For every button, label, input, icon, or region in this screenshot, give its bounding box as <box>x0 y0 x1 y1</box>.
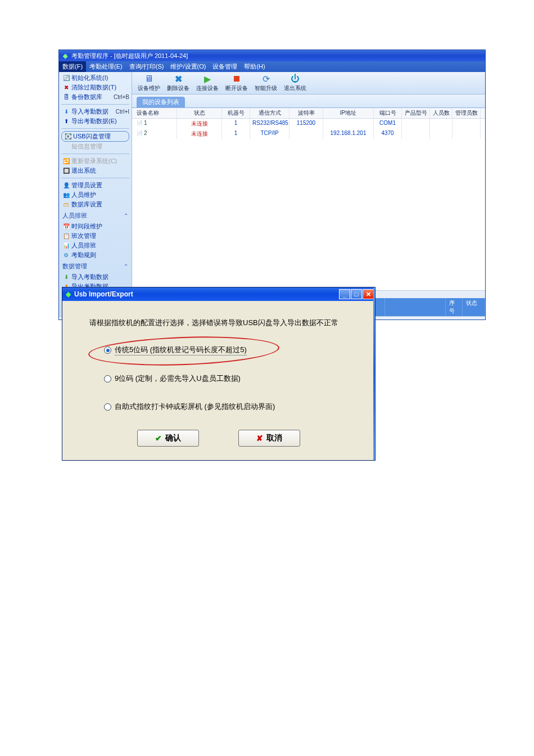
tab-device-list[interactable]: 我的设备列表 <box>137 97 185 107</box>
bcol-spacer <box>385 298 446 316</box>
cell-people <box>430 129 452 139</box>
sidebar-shift-manage[interactable]: 📋班次管理 <box>61 231 129 241</box>
sms-icon <box>62 143 70 150</box>
maximize-button[interactable]: □ <box>351 289 362 299</box>
stop-icon: ⏹ <box>230 74 243 84</box>
radio-option-selfservice[interactable]: 自助式指纹打卡钟或彩屏机 (参见指纹机启动界面) <box>104 402 361 412</box>
separator <box>61 154 129 154</box>
col-people[interactable]: 人员数 <box>430 108 452 118</box>
x-icon: ✖ <box>62 84 70 91</box>
sidebar-section-datamgmt[interactable]: 数据管理⌃ <box>61 260 129 272</box>
col-product[interactable]: 产品型号 <box>402 108 430 118</box>
upgrade-icon: ⟳ <box>260 74 272 84</box>
radio-option-9digit[interactable]: 9位码 (定制，必需先导入U盘员工数据) <box>104 374 361 384</box>
col-baud[interactable]: 波特率 <box>289 108 323 118</box>
table-row[interactable]: 2 未连接 1 TCP/IP 192.168.1.201 4370 <box>132 129 485 139</box>
sidebar-admin-settings[interactable]: 👤管理员设置 <box>61 181 129 190</box>
sidebar-import-data[interactable]: ⬇导入考勤数据 <box>61 272 129 282</box>
col-port[interactable]: 端口号 <box>374 108 402 118</box>
menu-device[interactable]: 设备管理 <box>209 61 241 72</box>
cell-port: COM1 <box>374 119 402 129</box>
sidebar: 🔄初始化系统(I) ✖清除过期数据(T) 🗄备份数据库Ctrl+B ⬇导入考勤数… <box>59 72 132 316</box>
radio-icon <box>104 375 111 382</box>
cell-comm: RS232/RS485 <box>250 119 289 129</box>
chevron-up-icon: ⌃ <box>124 263 128 269</box>
menu-data[interactable]: 数据(F) <box>59 61 86 72</box>
sidebar-section-schedule[interactable]: 人员排班⌃ <box>61 209 129 222</box>
sidebar-usb-manage[interactable]: 💽USB闪盘管理 <box>61 131 129 142</box>
grid-empty <box>132 139 485 290</box>
play-icon: ▶ <box>201 74 214 84</box>
close-button[interactable]: ✕ <box>363 289 374 299</box>
table-row[interactable]: 1 未连接 1 RS232/RS485 115200 COM1 <box>132 119 485 129</box>
admin-icon: 👤 <box>62 182 70 189</box>
export-icon: ⬆ <box>62 118 70 125</box>
toolbar-connect-device[interactable]: ▶连接设备 <box>193 73 222 93</box>
col-status[interactable]: 状态 <box>177 108 222 118</box>
dialog-icon: ◆ <box>66 290 71 298</box>
toolbar-device-maintain[interactable]: 🖥设备维护 <box>134 73 164 93</box>
radio-icon <box>104 346 111 354</box>
sidebar-person-maintain[interactable]: 👥人员维护 <box>61 190 129 200</box>
cell-prod <box>402 119 430 129</box>
sidebar-person-schedule[interactable]: 📊人员排班 <box>61 241 129 250</box>
radio-icon <box>104 403 111 411</box>
menu-maintain[interactable]: 维护/设置(O) <box>167 61 209 72</box>
sidebar-import-att[interactable]: ⬇导入考勤数据Ctrl+I <box>61 107 129 116</box>
sidebar-exit[interactable]: 🔲退出系统 <box>61 166 129 176</box>
schedule-icon: 📊 <box>62 242 70 249</box>
menu-attendance[interactable]: 考勤处理(E) <box>86 61 126 72</box>
cell-comm: TCP/IP <box>250 129 289 139</box>
cancel-button[interactable]: ✘ 取消 <box>238 430 300 447</box>
col-machine-no[interactable]: 机器号 <box>222 108 250 118</box>
bcol-seq2[interactable]: 序号 <box>446 298 463 316</box>
import-icon: ⬇ <box>62 108 70 115</box>
sidebar-backup-db[interactable]: 🗄备份数据库Ctrl+B <box>61 92 129 102</box>
dialog-body: 请根据指纹机的配置进行选择，选择错误将导致USB闪盘导入导出数据不正常 传统5位… <box>62 301 375 460</box>
tab-strip: 我的设备列表 <box>132 94 485 108</box>
sidebar-att-rule[interactable]: ⚙考勤规则 <box>61 250 129 260</box>
menu-query[interactable]: 查询/打印(S) <box>126 61 168 72</box>
ok-button[interactable]: ✔ 确认 <box>137 430 199 447</box>
dialog-title-bar[interactable]: ◆ Usb Import/Export _ □ ✕ <box>62 287 375 301</box>
toolbar-disconnect-device[interactable]: ⏹断开设备 <box>222 73 251 93</box>
toolbar-smart-upgrade[interactable]: ⟳智能升级 <box>251 73 280 93</box>
device-icon: 🖥 <box>143 74 155 84</box>
refresh-icon: 🔄 <box>62 74 70 82</box>
toolbar-exit[interactable]: ⏻退出系统 <box>280 73 310 93</box>
exit-icon: 🔲 <box>62 167 70 174</box>
cell-baud: 115200 <box>289 119 323 129</box>
dialog-right-edge <box>373 287 375 460</box>
sidebar-clear-expired[interactable]: ✖清除过期数据(T) <box>61 83 129 92</box>
cell-admin <box>452 129 481 139</box>
col-device-name[interactable]: 设备名称 <box>132 108 177 118</box>
main-window: ◆ 考勤管理程序 - [临时超级用户 2011-04-24] 数据(F) 考勤处… <box>58 50 486 320</box>
cell-ip: 192.168.1.201 <box>323 129 374 139</box>
radio-option-5digit[interactable]: 传统5位码 (指纹机登记号码长度不超过5) <box>104 345 361 356</box>
cell-ip <box>323 119 374 129</box>
cell-name: 1 <box>132 119 177 129</box>
device-grid: 设备名称 状态 机器号 通信方式 波特率 IP地址 端口号 产品型号 人员数 管… <box>132 108 485 316</box>
sidebar-relogin: 🔁重新登录系统(C) <box>61 156 129 166</box>
power-icon: ⏻ <box>289 74 301 84</box>
separator <box>61 178 129 178</box>
col-ip[interactable]: IP地址 <box>323 108 374 118</box>
delete-icon: ✖ <box>172 74 184 84</box>
col-comm-mode[interactable]: 通信方式 <box>250 108 289 118</box>
toolbar-delete-device[interactable]: ✖删除设备 <box>164 73 193 93</box>
bcol-status2[interactable]: 状态 <box>463 298 485 316</box>
calendar-icon: 📅 <box>62 223 70 230</box>
dialog-message: 请根据指纹机的配置进行选择，选择错误将导致USB闪盘导入导出数据不正常 <box>76 318 361 328</box>
cell-mach: 1 <box>222 129 250 139</box>
sidebar-db-settings[interactable]: 🗃数据库设置 <box>61 200 129 209</box>
menu-help[interactable]: 帮助(H) <box>241 61 268 72</box>
col-admin[interactable]: 管理员数 <box>452 108 481 118</box>
minimize-button[interactable]: _ <box>339 289 350 299</box>
usb-import-export-dialog: ◆ Usb Import/Export _ □ ✕ 请根据指纹机的配置进行选择，… <box>62 287 375 461</box>
dialog-title-text: Usb Import/Export <box>74 290 133 298</box>
menu-bar: 数据(F) 考勤处理(E) 查询/打印(S) 维护/设置(O) 设备管理 帮助(… <box>59 61 485 72</box>
sidebar-export-att[interactable]: ⬆导出考勤数据(E) <box>61 116 129 126</box>
sidebar-timeslot[interactable]: 📅时间段维护 <box>61 222 129 231</box>
sidebar-init-system[interactable]: 🔄初始化系统(I) <box>61 73 129 83</box>
dialog-buttons: ✔ 确认 ✘ 取消 <box>76 430 361 447</box>
